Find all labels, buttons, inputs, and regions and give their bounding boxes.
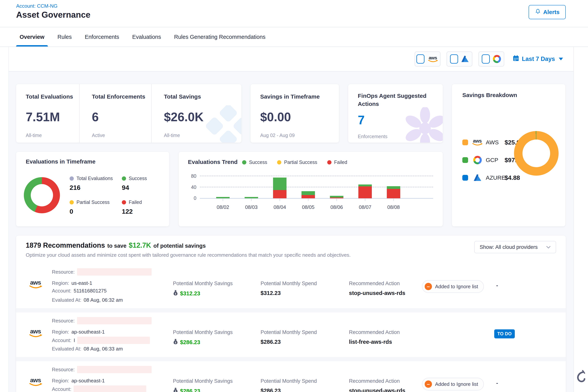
bar-08/03 bbox=[237, 176, 266, 198]
savings-breakdown-donut bbox=[514, 131, 558, 176]
stat-value: $0.00 bbox=[260, 110, 339, 124]
evaluated-label: Evaluated At: bbox=[52, 346, 81, 352]
ignore-badge[interactable]: – Added to Ignore list bbox=[422, 378, 484, 390]
evaluations-legend-item: Partial Success0 bbox=[70, 200, 122, 215]
ignore-badge[interactable]: – Added to Ignore list bbox=[422, 280, 484, 293]
dropdown-label: Show: All cloud providers bbox=[480, 244, 538, 250]
region-value: us-east-1 bbox=[72, 280, 92, 286]
account-value: I bbox=[74, 338, 75, 344]
provider-name: GCP bbox=[486, 157, 504, 163]
region-label: Region: bbox=[52, 280, 69, 286]
total-savings-stat: Total Savings $26.0K All-time bbox=[151, 84, 241, 142]
aws-logo: aws bbox=[28, 328, 43, 338]
corner-widget-icon[interactable] bbox=[575, 370, 586, 392]
action-value: stop-unused-aws-rds bbox=[349, 290, 405, 296]
savings-value: $286.23 bbox=[180, 388, 200, 392]
azure-filter-toggle[interactable] bbox=[446, 52, 472, 66]
gcp-filter-toggle[interactable] bbox=[478, 52, 504, 66]
legend-dot bbox=[122, 176, 126, 181]
legend-label: Success bbox=[129, 176, 147, 181]
legend-label: Partial Success bbox=[284, 160, 317, 165]
spend-value: $312.23 bbox=[260, 290, 281, 296]
stat-title: Total Savings bbox=[164, 94, 241, 100]
spend-value: $286.23 bbox=[260, 339, 281, 345]
tab-evaluations[interactable]: Evaluations bbox=[132, 27, 162, 46]
failed-segment bbox=[273, 190, 286, 198]
heading-text: to save bbox=[107, 243, 126, 249]
alerts-button[interactable]: Alerts bbox=[528, 5, 566, 19]
azure-checkbox[interactable] bbox=[450, 54, 458, 64]
tab-rules-generating-recommendations[interactable]: Rules Generating Recommendations bbox=[174, 27, 266, 46]
resource-label: Resource: bbox=[52, 367, 75, 372]
gcp-checkbox[interactable] bbox=[482, 54, 490, 64]
action-value: list-free-aws-rds bbox=[349, 339, 392, 345]
left-strip bbox=[0, 27, 9, 392]
spend-header: Potential Monthly Spend bbox=[260, 378, 317, 384]
alerts-label: Alerts bbox=[543, 9, 560, 15]
evaluated-label: Evaluated At: bbox=[52, 297, 81, 303]
card-title: Evaluations Trend bbox=[188, 159, 238, 165]
no-value-dash: - bbox=[496, 282, 498, 288]
action-value: stop-unused-aws-rds bbox=[349, 388, 405, 392]
heading-text: of potential savings bbox=[153, 243, 206, 249]
evaluations-donut bbox=[24, 177, 60, 213]
provider-savings-value: $4.88 bbox=[504, 174, 520, 182]
aws-checkbox[interactable] bbox=[416, 54, 424, 64]
recommended-action: Recommended Action list-free-aws-rds bbox=[349, 329, 400, 345]
tab-rules[interactable]: Rules bbox=[57, 27, 72, 46]
stat-caption: Enforcements bbox=[358, 134, 443, 139]
bell-icon bbox=[535, 8, 541, 16]
potential-savings-amount: $12.7K bbox=[129, 241, 151, 250]
evaluations-trend-chart: 08/0208/0308/0408/0508/0608/0708/08 bbox=[200, 176, 433, 198]
redacted-resource bbox=[77, 268, 152, 276]
y-axis-tick: 0 bbox=[186, 196, 196, 201]
gcp-logo bbox=[473, 156, 482, 164]
total-evaluations-stat: Total Evaluations 7.51M All-time bbox=[16, 84, 79, 142]
recommendations-subtitle: Optimize your cloud assets and minimize … bbox=[26, 252, 351, 258]
recommendations-heading: 1879 Recommendations to save $12.7K of p… bbox=[26, 241, 206, 250]
no-value-dash: - bbox=[496, 380, 498, 386]
stat-title: Total Evaluations bbox=[26, 94, 79, 100]
evaluated-value: 08 Aug, 06:32 am bbox=[84, 297, 123, 303]
bar-08/02 bbox=[209, 176, 237, 198]
azure-logo bbox=[474, 174, 482, 182]
recommended-action: Recommended Action stop-unused-aws-rds bbox=[349, 280, 405, 296]
savings-value: $312.23 bbox=[180, 290, 200, 297]
card-title: Savings Breakdown bbox=[462, 92, 517, 98]
date-range-picker[interactable]: Last 7 Days bbox=[513, 55, 563, 63]
recommendation-row: aws Resource: Region:us-east-1 Account:5… bbox=[16, 264, 566, 308]
tab-overview[interactable]: Overview bbox=[19, 27, 45, 46]
money-bag-icon: $ bbox=[173, 290, 178, 297]
card-title: Evaluations in Timeframe bbox=[26, 158, 96, 165]
stat-title: Total Enforcements bbox=[92, 94, 151, 100]
bar-08/04 bbox=[266, 176, 294, 198]
savings-header: Potential Monthly Savings bbox=[173, 378, 233, 384]
aws-filter-toggle[interactable]: aws bbox=[415, 52, 440, 66]
money-bag-icon: $ bbox=[173, 339, 178, 346]
aws-logo: aws bbox=[28, 279, 43, 290]
svg-text:aws: aws bbox=[429, 55, 437, 60]
stat-caption: All-time bbox=[164, 132, 241, 138]
resource-label: Resource: bbox=[52, 318, 75, 324]
page-header: Account: CCM-NG Asset Governance Alerts bbox=[0, 0, 588, 27]
account-label: Account: bbox=[52, 386, 71, 392]
aws-logo: aws bbox=[428, 55, 438, 63]
x-axis-tick: 08/05 bbox=[294, 204, 322, 210]
trend-legend-item: Failed bbox=[327, 160, 347, 165]
x-axis-tick: 08/04 bbox=[266, 204, 294, 210]
success-segment bbox=[358, 184, 372, 186]
legend-value: 0 bbox=[70, 208, 122, 215]
cloud-provider-filter-dropdown[interactable]: Show: All cloud providers bbox=[474, 241, 556, 253]
savings-header: Potential Monthly Savings bbox=[173, 280, 233, 286]
evaluations-legend-item: Failed122 bbox=[122, 200, 169, 215]
tab-enforcements[interactable]: Enforcements bbox=[84, 27, 120, 46]
success-segment bbox=[273, 178, 286, 190]
ignore-badge-label: Added to Ignore list bbox=[435, 284, 478, 290]
savings-header: Potential Monthly Savings bbox=[173, 329, 233, 335]
legend-color-swatch bbox=[462, 140, 468, 145]
content-area: Total Evaluations 7.51M All-time Total E… bbox=[8, 72, 574, 392]
legend-value: 94 bbox=[122, 184, 169, 192]
account-link[interactable]: Account: CCM-NG bbox=[16, 3, 58, 9]
todo-badge: TO DO bbox=[494, 329, 515, 338]
potential-monthly-spend: Potential Monthly Spend $286.23 bbox=[260, 378, 317, 392]
